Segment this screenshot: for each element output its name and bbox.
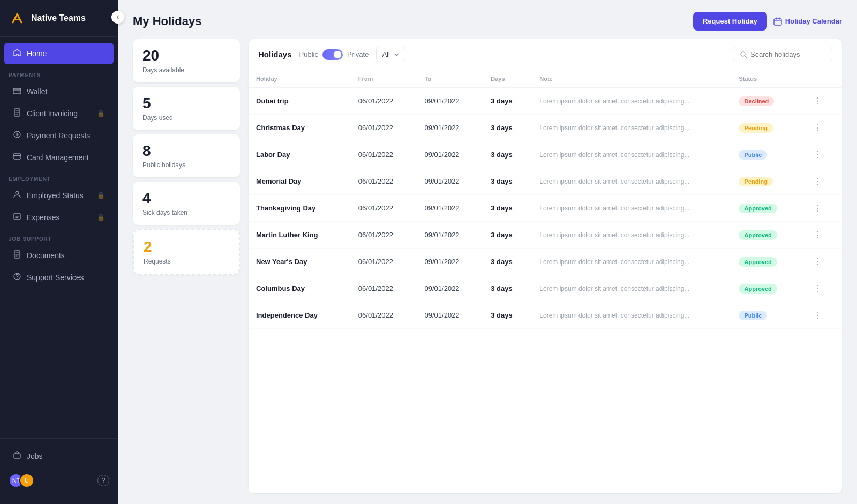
table-toolbar: Holidays Public Private All: [249, 39, 842, 70]
holiday-to-cell: 09/01/2022: [417, 195, 484, 222]
holiday-calendar-button[interactable]: Holiday Calendar: [773, 17, 842, 26]
table-row: Dubai trip 06/01/2022 09/01/2022 3 days …: [249, 88, 842, 115]
help-button[interactable]: ?: [97, 475, 109, 486]
stat-card-sick-days: 4 Sick days taken: [133, 182, 240, 225]
header-actions: Request Holiday Holiday Calendar: [693, 12, 842, 31]
filter-all-select[interactable]: All: [376, 47, 405, 62]
stat-label: Days available: [142, 66, 230, 74]
svg-point-12: [741, 52, 745, 56]
sidebar-item-label: Wallet: [27, 87, 47, 96]
stat-number: 20: [142, 48, 230, 64]
search-box[interactable]: [733, 47, 832, 62]
svg-point-5: [16, 191, 19, 194]
stat-label: Requests: [144, 258, 229, 265]
table-row: Christmas Day 06/01/2022 09/01/2022 3 da…: [249, 115, 842, 141]
table-row: Labor Day 06/01/2022 09/01/2022 3 days L…: [249, 141, 842, 168]
avatar-secondary: U: [19, 473, 34, 488]
holiday-from-cell: 06/01/2022: [351, 88, 417, 115]
more-options-button[interactable]: ⋮: [810, 255, 825, 268]
public-private-toggle[interactable]: [322, 49, 343, 60]
status-badge: Pending: [739, 123, 772, 133]
brand-name: Native Teams: [31, 13, 86, 23]
holiday-to-cell: 09/01/2022: [417, 222, 484, 249]
stat-card-days-used: 5 Days used: [133, 87, 240, 130]
more-options-button[interactable]: ⋮: [810, 95, 825, 107]
sidebar-item-label: Expenses: [27, 213, 59, 222]
wallet-icon: [13, 86, 21, 97]
holiday-from-cell: 06/01/2022: [351, 222, 417, 249]
sidebar-item-expenses[interactable]: Expenses 🔒: [4, 207, 114, 228]
holiday-to-cell: 09/01/2022: [417, 168, 484, 195]
holiday-actions-cell[interactable]: ⋮: [802, 302, 842, 329]
holiday-name-cell: Columbus Day: [249, 275, 351, 302]
holiday-actions-cell[interactable]: ⋮: [802, 115, 842, 141]
sidebar-item-employed-status[interactable]: Employed Status 🔒: [4, 185, 114, 206]
search-input[interactable]: [750, 50, 825, 58]
calendar-icon: [773, 17, 782, 26]
request-holiday-button[interactable]: Request Holiday: [693, 12, 767, 31]
status-badge: Approved: [739, 284, 777, 294]
sidebar-jobs-label: Jobs: [27, 452, 43, 461]
table-row: New Year's Day 06/01/2022 09/01/2022 3 d…: [249, 249, 842, 275]
stat-label: Public holidays: [142, 161, 230, 169]
sidebar-item-support-services[interactable]: Support Services: [4, 267, 114, 288]
sidebar-item-jobs[interactable]: Jobs: [4, 446, 114, 467]
holiday-actions-cell[interactable]: ⋮: [802, 195, 842, 222]
brand-logo[interactable]: Native Teams: [0, 0, 118, 37]
holiday-note-cell: Lorem ipsum dolor sit amet, consectetur …: [532, 249, 731, 275]
sidebar-item-card-management[interactable]: Card Management: [4, 147, 114, 168]
chevron-down-icon: [393, 51, 400, 58]
sidebar-item-payment-requests[interactable]: Payment Requests: [4, 125, 114, 146]
sidebar-item-home[interactable]: Home: [4, 43, 114, 64]
holiday-days-cell: 3 days: [483, 302, 532, 329]
stat-number: 2: [144, 239, 229, 255]
holiday-actions-cell[interactable]: ⋮: [802, 275, 842, 302]
chevron-left-icon: [115, 14, 121, 20]
holiday-actions-cell[interactable]: ⋮: [802, 141, 842, 168]
table-row: Memorial Day 06/01/2022 09/01/2022 3 day…: [249, 168, 842, 195]
col-days: Days: [483, 70, 532, 88]
lock-icon: 🔒: [97, 214, 105, 221]
col-holiday: Holiday: [249, 70, 351, 88]
user-avatar-row[interactable]: NT U ?: [0, 468, 118, 493]
stat-label: Sick days taken: [142, 209, 230, 216]
lock-icon: 🔒: [97, 110, 105, 117]
holiday-actions-cell[interactable]: ⋮: [802, 88, 842, 115]
col-from: From: [351, 70, 417, 88]
home-icon: [13, 48, 21, 59]
body-layout: 20 Days available 5 Days used 8 Public h…: [118, 39, 857, 504]
holiday-to-cell: 09/01/2022: [417, 141, 484, 168]
holiday-actions-cell[interactable]: ⋮: [802, 168, 842, 195]
holiday-actions-cell[interactable]: ⋮: [802, 249, 842, 275]
sidebar-item-wallet[interactable]: Wallet: [4, 81, 114, 102]
more-options-button[interactable]: ⋮: [810, 202, 825, 214]
more-options-button[interactable]: ⋮: [810, 148, 825, 161]
more-options-button[interactable]: ⋮: [810, 122, 825, 134]
holidays-table: Holiday From To Days Note Status Dubai t…: [249, 70, 842, 493]
table-header-row: Holiday From To Days Note Status: [249, 70, 842, 88]
holiday-actions-cell[interactable]: ⋮: [802, 222, 842, 249]
stats-panel: 20 Days available 5 Days used 8 Public h…: [133, 39, 240, 493]
documents-icon: [13, 250, 21, 261]
holiday-days-cell: 3 days: [483, 168, 532, 195]
sidebar-collapse-button[interactable]: [111, 11, 124, 24]
more-options-button[interactable]: ⋮: [810, 309, 825, 321]
holiday-note-cell: Lorem ipsum dolor sit amet, consectetur …: [532, 302, 731, 329]
invoice-icon: [13, 108, 21, 119]
more-options-button[interactable]: ⋮: [810, 282, 825, 295]
holiday-days-cell: 3 days: [483, 275, 532, 302]
svg-point-1: [19, 91, 20, 92]
more-options-button[interactable]: ⋮: [810, 175, 825, 187]
more-options-button[interactable]: ⋮: [810, 229, 825, 241]
holiday-note-cell: Lorem ipsum dolor sit amet, consectetur …: [532, 168, 731, 195]
holiday-to-cell: 09/01/2022: [417, 249, 484, 275]
holiday-status-cell: Pending: [731, 168, 802, 195]
holiday-status-cell: Approved: [731, 222, 802, 249]
col-actions: [802, 70, 842, 88]
sidebar-bottom: Jobs NT U ?: [0, 438, 118, 504]
sidebar-item-client-invoicing[interactable]: Client Invoicing 🔒: [4, 103, 114, 124]
svg-rect-4: [13, 154, 21, 159]
holiday-name-cell: Labor Day: [249, 141, 351, 168]
sidebar-item-documents[interactable]: Documents: [4, 245, 114, 266]
main-content: My Holidays Request Holiday Holiday Cale…: [118, 0, 857, 504]
